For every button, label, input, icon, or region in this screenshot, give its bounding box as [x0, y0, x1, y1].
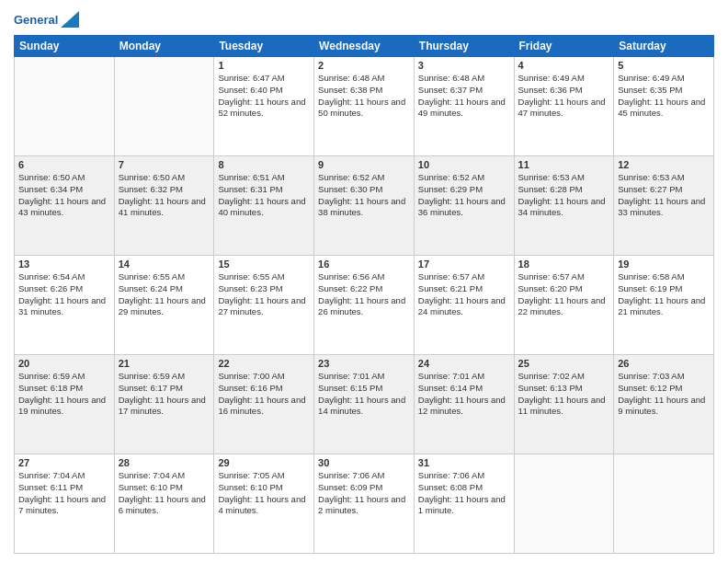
day-info: Sunrise: 6:50 AM Sunset: 6:34 PM Dayligh… — [18, 172, 110, 219]
day-number: 3 — [418, 60, 510, 71]
day-number: 2 — [318, 60, 410, 71]
day-number: 9 — [318, 159, 410, 170]
calendar-week-1: 1Sunrise: 6:47 AM Sunset: 6:40 PM Daylig… — [15, 57, 714, 156]
weekday-header-wednesday: Wednesday — [314, 36, 415, 57]
logo-icon — [61, 11, 79, 28]
calendar-cell — [514, 454, 614, 554]
day-info: Sunrise: 6:57 AM Sunset: 6:21 PM Dayligh… — [418, 271, 510, 318]
calendar-cell: 27Sunrise: 7:04 AM Sunset: 6:11 PM Dayli… — [15, 454, 115, 554]
calendar-cell: 8Sunrise: 6:51 AM Sunset: 6:31 PM Daylig… — [214, 156, 314, 256]
day-number: 23 — [318, 358, 410, 369]
svg-marker-0 — [61, 11, 79, 28]
calendar-cell: 16Sunrise: 6:56 AM Sunset: 6:22 PM Dayli… — [314, 256, 415, 355]
calendar-cell: 6Sunrise: 6:50 AM Sunset: 6:34 PM Daylig… — [15, 156, 115, 256]
calendar-cell: 7Sunrise: 6:50 AM Sunset: 6:32 PM Daylig… — [114, 156, 214, 256]
day-number: 4 — [518, 60, 610, 71]
day-number: 15 — [218, 259, 310, 270]
day-info: Sunrise: 7:04 AM Sunset: 6:10 PM Dayligh… — [119, 470, 210, 517]
day-info: Sunrise: 7:05 AM Sunset: 6:10 PM Dayligh… — [218, 470, 310, 517]
weekday-header-tuesday: Tuesday — [214, 36, 314, 57]
day-info: Sunrise: 7:06 AM Sunset: 6:09 PM Dayligh… — [318, 470, 410, 517]
calendar-week-2: 6Sunrise: 6:50 AM Sunset: 6:34 PM Daylig… — [15, 156, 714, 256]
day-number: 7 — [119, 159, 210, 170]
day-number: 22 — [218, 358, 310, 369]
calendar-cell: 12Sunrise: 6:53 AM Sunset: 6:27 PM Dayli… — [614, 156, 714, 256]
calendar-cell: 11Sunrise: 6:53 AM Sunset: 6:28 PM Dayli… — [514, 156, 614, 256]
day-info: Sunrise: 6:52 AM Sunset: 6:29 PM Dayligh… — [418, 172, 510, 219]
day-number: 1 — [218, 60, 310, 71]
calendar-cell: 13Sunrise: 6:54 AM Sunset: 6:26 PM Dayli… — [15, 256, 115, 355]
day-info: Sunrise: 6:51 AM Sunset: 6:31 PM Dayligh… — [218, 172, 310, 219]
calendar-cell: 24Sunrise: 7:01 AM Sunset: 6:14 PM Dayli… — [414, 355, 514, 454]
day-number: 12 — [618, 159, 710, 170]
day-number: 16 — [318, 259, 410, 270]
day-info: Sunrise: 6:52 AM Sunset: 6:30 PM Dayligh… — [318, 172, 410, 219]
calendar-cell: 26Sunrise: 7:03 AM Sunset: 6:12 PM Dayli… — [614, 355, 714, 454]
logo-text-general: General — [14, 13, 58, 28]
day-info: Sunrise: 6:50 AM Sunset: 6:32 PM Dayligh… — [119, 172, 210, 219]
calendar-cell: 23Sunrise: 7:01 AM Sunset: 6:15 PM Dayli… — [314, 355, 415, 454]
day-number: 28 — [119, 457, 210, 468]
weekday-header-row: SundayMondayTuesdayWednesdayThursdayFrid… — [15, 36, 714, 57]
calendar-week-3: 13Sunrise: 6:54 AM Sunset: 6:26 PM Dayli… — [15, 256, 714, 355]
day-info: Sunrise: 7:01 AM Sunset: 6:15 PM Dayligh… — [318, 371, 410, 418]
header: General — [14, 9, 714, 29]
day-info: Sunrise: 6:48 AM Sunset: 6:38 PM Dayligh… — [318, 73, 410, 120]
day-info: Sunrise: 6:58 AM Sunset: 6:19 PM Dayligh… — [618, 271, 710, 318]
day-info: Sunrise: 6:59 AM Sunset: 6:17 PM Dayligh… — [119, 371, 210, 418]
day-number: 10 — [418, 159, 510, 170]
day-number: 19 — [618, 259, 710, 270]
day-info: Sunrise: 6:53 AM Sunset: 6:27 PM Dayligh… — [618, 172, 710, 219]
day-info: Sunrise: 6:47 AM Sunset: 6:40 PM Dayligh… — [218, 73, 310, 120]
day-info: Sunrise: 7:00 AM Sunset: 6:16 PM Dayligh… — [218, 371, 310, 418]
weekday-header-sunday: Sunday — [15, 36, 115, 57]
logo: General — [14, 9, 79, 29]
calendar-cell: 18Sunrise: 6:57 AM Sunset: 6:20 PM Dayli… — [514, 256, 614, 355]
calendar-cell: 29Sunrise: 7:05 AM Sunset: 6:10 PM Dayli… — [214, 454, 314, 554]
calendar-cell: 20Sunrise: 6:59 AM Sunset: 6:18 PM Dayli… — [15, 355, 115, 454]
day-number: 5 — [618, 60, 710, 71]
day-number: 8 — [218, 159, 310, 170]
day-info: Sunrise: 7:02 AM Sunset: 6:13 PM Dayligh… — [518, 371, 610, 418]
calendar-cell: 17Sunrise: 6:57 AM Sunset: 6:21 PM Dayli… — [414, 256, 514, 355]
day-info: Sunrise: 6:54 AM Sunset: 6:26 PM Dayligh… — [18, 271, 110, 318]
calendar-cell: 28Sunrise: 7:04 AM Sunset: 6:10 PM Dayli… — [114, 454, 214, 554]
calendar-cell — [15, 57, 115, 156]
calendar-cell: 2Sunrise: 6:48 AM Sunset: 6:38 PM Daylig… — [314, 57, 415, 156]
day-number: 30 — [318, 457, 410, 468]
day-number: 24 — [418, 358, 510, 369]
calendar-cell: 25Sunrise: 7:02 AM Sunset: 6:13 PM Dayli… — [514, 355, 614, 454]
weekday-header-friday: Friday — [514, 36, 614, 57]
day-number: 29 — [218, 457, 310, 468]
calendar-week-5: 27Sunrise: 7:04 AM Sunset: 6:11 PM Dayli… — [15, 454, 714, 554]
weekday-header-monday: Monday — [114, 36, 214, 57]
day-number: 31 — [418, 457, 510, 468]
calendar-cell: 3Sunrise: 6:48 AM Sunset: 6:37 PM Daylig… — [414, 57, 514, 156]
day-info: Sunrise: 6:49 AM Sunset: 6:36 PM Dayligh… — [518, 73, 610, 120]
calendar-table: SundayMondayTuesdayWednesdayThursdayFrid… — [14, 35, 714, 554]
calendar-cell: 15Sunrise: 6:55 AM Sunset: 6:23 PM Dayli… — [214, 256, 314, 355]
day-number: 17 — [418, 259, 510, 270]
day-info: Sunrise: 6:48 AM Sunset: 6:37 PM Dayligh… — [418, 73, 510, 120]
calendar-cell: 21Sunrise: 6:59 AM Sunset: 6:17 PM Dayli… — [114, 355, 214, 454]
calendar-cell: 14Sunrise: 6:55 AM Sunset: 6:24 PM Dayli… — [114, 256, 214, 355]
day-info: Sunrise: 6:59 AM Sunset: 6:18 PM Dayligh… — [18, 371, 110, 418]
day-number: 25 — [518, 358, 610, 369]
day-info: Sunrise: 6:53 AM Sunset: 6:28 PM Dayligh… — [518, 172, 610, 219]
day-number: 26 — [618, 358, 710, 369]
day-number: 27 — [18, 457, 110, 468]
calendar-week-4: 20Sunrise: 6:59 AM Sunset: 6:18 PM Dayli… — [15, 355, 714, 454]
calendar-cell: 9Sunrise: 6:52 AM Sunset: 6:30 PM Daylig… — [314, 156, 415, 256]
day-info: Sunrise: 6:56 AM Sunset: 6:22 PM Dayligh… — [318, 271, 410, 318]
calendar-cell — [114, 57, 214, 156]
day-number: 14 — [119, 259, 210, 270]
day-info: Sunrise: 7:04 AM Sunset: 6:11 PM Dayligh… — [18, 470, 110, 517]
day-info: Sunrise: 6:57 AM Sunset: 6:20 PM Dayligh… — [518, 271, 610, 318]
calendar-cell: 10Sunrise: 6:52 AM Sunset: 6:29 PM Dayli… — [414, 156, 514, 256]
day-info: Sunrise: 7:03 AM Sunset: 6:12 PM Dayligh… — [618, 371, 710, 418]
day-info: Sunrise: 6:49 AM Sunset: 6:35 PM Dayligh… — [618, 73, 710, 120]
day-number: 21 — [119, 358, 210, 369]
day-info: Sunrise: 6:55 AM Sunset: 6:24 PM Dayligh… — [119, 271, 210, 318]
day-number: 18 — [518, 259, 610, 270]
calendar-cell: 4Sunrise: 6:49 AM Sunset: 6:36 PM Daylig… — [514, 57, 614, 156]
